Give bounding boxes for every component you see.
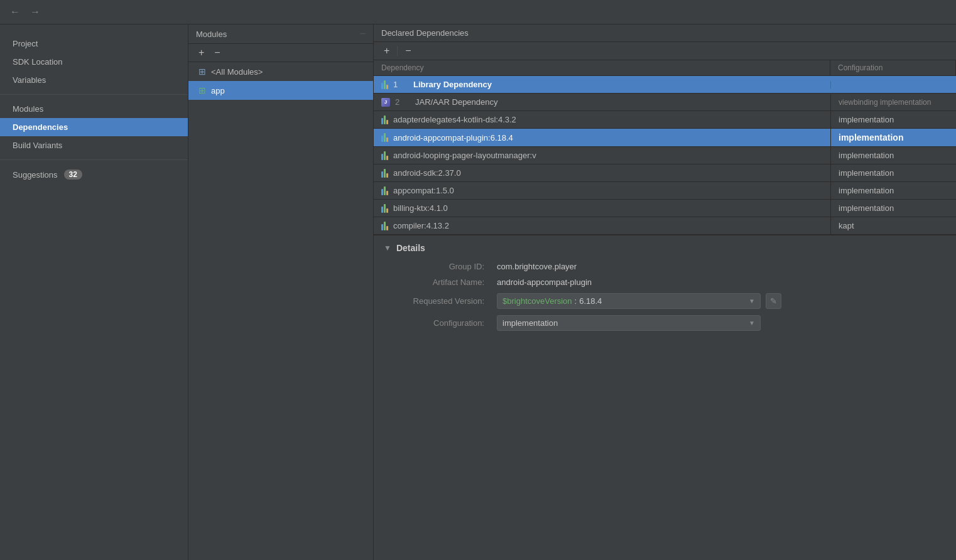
dep-label-looping-pager: android-looping-pager-layoutmanager:v	[393, 151, 536, 160]
forward-button[interactable]: →	[28, 5, 43, 19]
config-dropdown-arrow-icon: ▼	[749, 320, 755, 326]
deps-panel: Declared Dependencies + − Dependency Con…	[374, 24, 956, 560]
sidebar-divider-1	[0, 94, 188, 95]
bar-icon-7	[381, 186, 388, 195]
sidebar-item-variables[interactable]: Variables	[0, 71, 188, 89]
dep-label-billing-ktx: billing-ktx:4.1.0	[393, 203, 448, 213]
configuration-value: implementation	[502, 318, 558, 328]
artifact-name-value: android-appcompat-plugin	[497, 277, 946, 287]
deps-cell-looping-pager-config: implementation	[830, 147, 956, 164]
deps-cell-appcompat-config: implementation	[830, 182, 956, 199]
deps-row-billing-ktx[interactable]: billing-ktx:4.1.0 implementation	[374, 200, 956, 217]
deps-cell-appcompat-plugin-label: android-appcompat-plugin:6.18.4	[374, 129, 830, 146]
deps-row-compiler[interactable]: compiler:4.13.2 kapt	[374, 217, 956, 235]
deps-row-looping-pager[interactable]: android-looping-pager-layoutmanager:v im…	[374, 147, 956, 164]
modules-panel-title: Modules	[196, 30, 227, 39]
deps-cell-library-label: 1 Library Dependency	[374, 76, 830, 93]
sidebar-item-modules[interactable]: Modules	[0, 100, 188, 118]
sidebar-item-project[interactable]: Project	[0, 35, 188, 53]
modules-panel: Modules − + − ⊞ <All Modules> ⊞ app	[188, 24, 374, 560]
dep-label-adapterdelegates: adapterdelegates4-kotlin-dsl:4.3.2	[393, 115, 516, 124]
dep-label-jar: JAR/AAR Dependency	[415, 97, 498, 107]
bar-icon-4	[381, 133, 388, 142]
dep-label-android-sdk: android-sdk:2.37.0	[393, 168, 461, 178]
group-id-value: com.brightcove.player	[497, 262, 946, 271]
deps-cell-appcompat-plugin-config: implementation	[830, 129, 956, 146]
deps-row-appcompat[interactable]: appcompat:1.5.0 implementation	[374, 182, 956, 200]
bar-icon-library	[381, 80, 388, 89]
sidebar-item-build-variants[interactable]: Build Variants	[0, 136, 188, 154]
version-edit-button[interactable]: ✎	[766, 293, 781, 309]
deps-cell-appcompat-label: appcompat:1.5.0	[374, 182, 830, 199]
requested-version-label: Requested Version:	[384, 296, 484, 306]
deps-row-appcompat-plugin[interactable]: android-appcompat-plugin:6.18.4 implemen…	[374, 129, 956, 147]
dep-number-2: 2	[395, 97, 408, 107]
bar-icon-8	[381, 204, 388, 213]
modules-add-button[interactable]: +	[196, 46, 207, 59]
module-item-app-label: app	[211, 86, 225, 95]
deps-cell-jar-label: J 2 JAR/AAR Dependency	[374, 94, 830, 110]
deps-add-button[interactable]: +	[381, 45, 392, 57]
requested-version-select[interactable]: $brightcoveVersion : 6.18.4 ▼	[497, 293, 761, 309]
deps-cell-library-config	[830, 81, 956, 89]
deps-cell-adapterdelegates-config: implementation	[830, 111, 956, 128]
deps-table-header: Dependency Configuration	[374, 60, 956, 76]
modules-toolbar: + −	[188, 44, 373, 62]
artifact-name-label: Artifact Name:	[384, 277, 484, 287]
deps-cell-compiler-label: compiler:4.13.2	[374, 217, 830, 234]
back-button[interactable]: ←	[8, 5, 23, 19]
details-header[interactable]: ▼ Details	[384, 243, 946, 253]
group-id-label: Group ID:	[384, 262, 484, 271]
bar-icon-3	[381, 116, 388, 124]
bar-icon-5	[381, 151, 388, 160]
bar-icon-9	[381, 222, 388, 230]
module-item-app[interactable]: ⊞ app	[188, 81, 373, 100]
dep-label-appcompat: appcompat:1.5.0	[393, 186, 454, 195]
version-separator: :	[575, 296, 577, 306]
deps-toolbar: + −	[374, 42, 956, 60]
sidebar-item-sdk-location[interactable]: SDK Location	[0, 53, 188, 71]
deps-header: Declared Dependencies	[374, 24, 956, 42]
sidebar: Project SDK Location Variables Modules D…	[0, 24, 188, 560]
deps-cell-looping-pager-label: android-looping-pager-layoutmanager:v	[374, 147, 830, 164]
suggestions-label: Suggestions	[13, 170, 58, 180]
folder-all-icon: ⊞	[198, 67, 206, 77]
details-grid: Group ID: com.brightcove.player Artifact…	[384, 262, 946, 331]
deps-row-android-sdk[interactable]: android-sdk:2.37.0 implementation	[374, 164, 956, 182]
deps-row-library[interactable]: 1 Library Dependency	[374, 76, 956, 94]
module-list: ⊞ <All Modules> ⊞ app	[188, 62, 373, 560]
deps-cell-billing-ktx-label: billing-ktx:4.1.0	[374, 200, 830, 217]
deps-content: Dependency Configuration 1 Library Depen…	[374, 60, 956, 560]
version-text: $brightcoveVersion : 6.18.4	[502, 296, 602, 306]
top-nav: ← →	[0, 0, 956, 24]
modules-panel-dash: −	[360, 28, 366, 40]
configuration-select[interactable]: implementation ▼	[497, 315, 761, 331]
sidebar-item-dependencies[interactable]: Dependencies	[0, 118, 188, 136]
dep-number-1: 1	[393, 80, 406, 89]
requested-version-select-container: $brightcoveVersion : 6.18.4 ▼ ✎	[497, 293, 946, 309]
version-var: $brightcoveVersion	[502, 296, 572, 306]
deps-cell-billing-ktx-config: implementation	[830, 200, 956, 217]
suggestions-badge: 32	[64, 170, 82, 180]
deps-remove-button[interactable]: −	[403, 45, 413, 57]
deps-row-adapterdelegates[interactable]: adapterdelegates4-kotlin-dsl:4.3.2 imple…	[374, 111, 956, 129]
sidebar-item-suggestions[interactable]: Suggestions 32	[0, 165, 188, 184]
deps-cell-android-sdk-label: android-sdk:2.37.0	[374, 164, 830, 181]
deps-panel-title: Declared Dependencies	[381, 28, 469, 38]
deps-toolbar-divider	[397, 46, 398, 56]
deps-col-dependency: Dependency	[374, 60, 830, 75]
deps-cell-jar-config: viewbinding implementation	[830, 94, 956, 110]
deps-row-jar[interactable]: J 2 JAR/AAR Dependency viewbinding imple…	[374, 94, 956, 111]
module-item-all-modules[interactable]: ⊞ <All Modules>	[188, 62, 373, 81]
details-title: Details	[396, 243, 425, 253]
deps-cell-android-sdk-config: implementation	[830, 164, 956, 181]
version-literal: 6.18.4	[579, 296, 602, 306]
dep-label-appcompat-plugin: android-appcompat-plugin:6.18.4	[393, 133, 513, 143]
deps-cell-compiler-config: kapt	[830, 217, 956, 234]
folder-app-icon: ⊞	[198, 85, 206, 95]
bar-icon-6	[381, 169, 388, 178]
configuration-select-container: implementation ▼	[497, 315, 946, 331]
sidebar-divider-2	[0, 159, 188, 160]
modules-remove-button[interactable]: −	[212, 46, 222, 59]
chevron-down-icon: ▼	[384, 244, 391, 252]
